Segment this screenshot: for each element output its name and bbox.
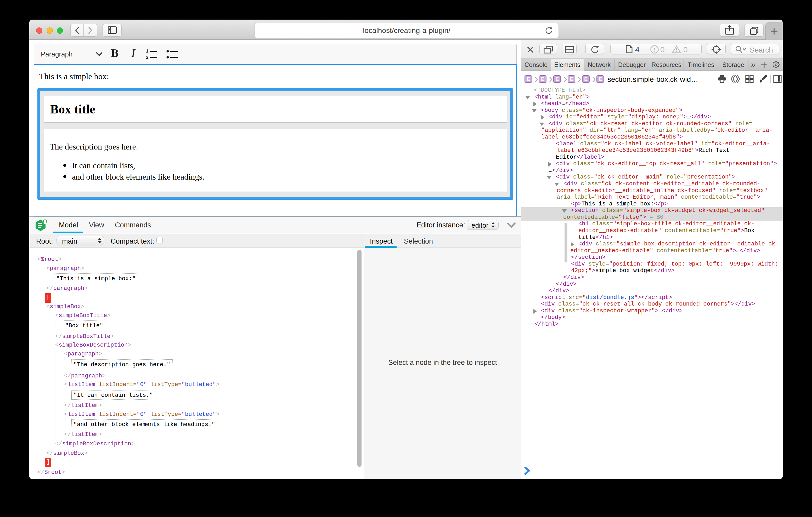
svg-text:5: 5 (44, 219, 46, 224)
svg-text:1: 1 (146, 49, 148, 54)
svg-text:2: 2 (146, 55, 148, 60)
